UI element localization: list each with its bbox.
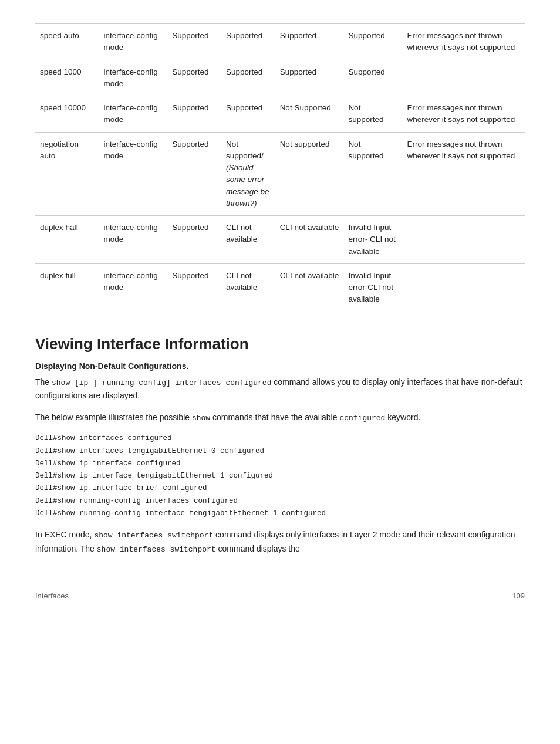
para3-code1: show interfaces switchport bbox=[94, 531, 213, 540]
col6-cell: Invalid Input error-CLI not available bbox=[343, 263, 402, 311]
sub-heading: Displaying Non-Default Configurations. bbox=[35, 361, 525, 371]
mode-cell: interface-config mode bbox=[99, 132, 167, 216]
col3-cell: Supported bbox=[167, 263, 221, 311]
para3-code2: show interfaces switchport bbox=[97, 545, 216, 554]
para2-code1: show bbox=[192, 414, 210, 422]
table-row: speed 10000interface-config modeSupporte… bbox=[35, 96, 525, 133]
mode-cell: interface-config mode bbox=[99, 60, 167, 96]
footer-right: 109 bbox=[512, 591, 525, 600]
command-cell: speed 1000 bbox=[35, 60, 99, 96]
table-row: speed 1000interface-config modeSupported… bbox=[35, 60, 525, 96]
para2-before: The below example illustrates the possib… bbox=[35, 412, 192, 422]
table-row: duplex fullinterface-config modeSupporte… bbox=[35, 263, 525, 311]
col5-cell: Not Supported bbox=[275, 96, 344, 133]
col4-cell: Supported bbox=[221, 60, 275, 96]
col5-cell: CLI not available bbox=[275, 216, 344, 264]
col4-cell: Supported bbox=[221, 96, 275, 133]
col7-cell bbox=[402, 60, 525, 96]
col3-cell: Supported bbox=[167, 96, 221, 133]
col7-cell: Error messages not thrown wherever it sa… bbox=[402, 132, 525, 216]
command-cell: speed 10000 bbox=[35, 96, 99, 133]
para3-after: command displays the bbox=[216, 544, 300, 553]
mode-cell: interface-config mode bbox=[99, 263, 167, 311]
col6-cell: Not supported bbox=[343, 132, 402, 216]
col5-cell: Not supported bbox=[275, 132, 344, 216]
para3-before: In EXEC mode, bbox=[35, 530, 94, 539]
col3-cell: Supported bbox=[167, 216, 221, 264]
mode-cell: interface-config mode bbox=[99, 24, 167, 60]
command-cell: speed auto bbox=[35, 24, 99, 60]
col6-cell: Supported bbox=[343, 60, 402, 96]
col7-cell: Error messages not thrown wherever it sa… bbox=[402, 24, 525, 60]
code-block: Dell#show interfaces configured Dell#sho… bbox=[35, 432, 525, 520]
col6-cell: Invalid Input error- CLI not available bbox=[343, 216, 402, 264]
para2-middle: commands that have the available bbox=[210, 412, 339, 422]
para2-code2: configured bbox=[339, 414, 385, 422]
col6-cell: Supported bbox=[343, 24, 402, 60]
col3-cell: Supported bbox=[167, 24, 221, 60]
feature-table: speed autointerface-config modeSupported… bbox=[35, 23, 525, 312]
mode-cell: interface-config mode bbox=[99, 96, 167, 133]
col3-cell: Supported bbox=[167, 132, 221, 216]
col7-cell bbox=[402, 263, 525, 311]
table-row: speed autointerface-config modeSupported… bbox=[35, 24, 525, 60]
table-section: speed autointerface-config modeSupported… bbox=[35, 23, 525, 312]
section-title: Viewing Interface Information bbox=[35, 335, 525, 353]
col4-cell: Not supported/(Should some error message… bbox=[221, 132, 275, 216]
command-cell: duplex full bbox=[35, 263, 99, 311]
paragraph-2: The below example illustrates the possib… bbox=[35, 411, 525, 425]
col4-cell: CLI not available bbox=[221, 263, 275, 311]
paragraph-3: In EXEC mode, show interfaces switchport… bbox=[35, 528, 525, 556]
col6-cell: Not supported bbox=[343, 96, 402, 133]
footer: Interfaces 109 bbox=[35, 591, 525, 600]
command-cell: duplex half bbox=[35, 216, 99, 264]
mode-cell: interface-config mode bbox=[99, 216, 167, 264]
command-cell: negotiation auto bbox=[35, 132, 99, 216]
paragraph-1: The show [ip | running-config] interface… bbox=[35, 376, 525, 403]
col5-cell: Supported bbox=[275, 24, 344, 60]
para2-after: keyword. bbox=[385, 412, 420, 422]
col3-cell: Supported bbox=[167, 60, 221, 96]
para1-code: show [ip | running-config] interfaces co… bbox=[52, 378, 271, 387]
table-row: duplex halfinterface-config modeSupporte… bbox=[35, 216, 525, 264]
col7-cell: Error messages not thrown wherever it sa… bbox=[402, 96, 525, 133]
footer-left: Interfaces bbox=[35, 591, 69, 600]
col7-cell bbox=[402, 216, 525, 264]
table-row: negotiation autointerface-config modeSup… bbox=[35, 132, 525, 216]
col5-cell: CLI not available bbox=[275, 263, 344, 311]
col4-cell: CLI not available bbox=[221, 216, 275, 264]
col5-cell: Supported bbox=[275, 60, 344, 96]
para1-before: The bbox=[35, 377, 52, 387]
col4-cell: Supported bbox=[221, 24, 275, 60]
